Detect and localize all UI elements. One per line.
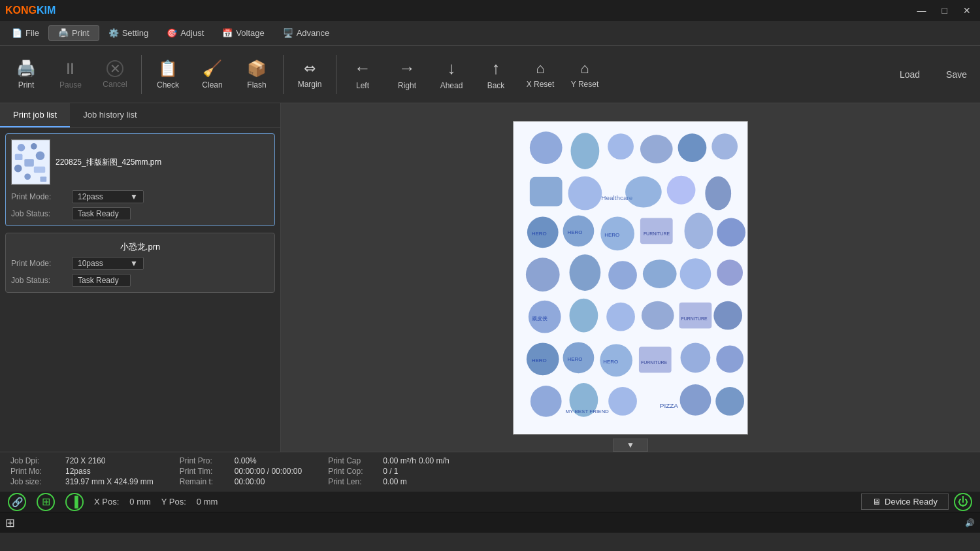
margin-button[interactable]: ⇔ Margin xyxy=(289,50,331,99)
svg-point-57 xyxy=(531,386,562,417)
flash-icon: 📦 xyxy=(247,59,267,78)
toolbar-divider-1 xyxy=(141,55,142,94)
svg-point-37 xyxy=(680,258,711,290)
x-pos-label: X Pos: xyxy=(94,497,119,507)
titlebar-right: — □ ✕ xyxy=(913,5,975,16)
tab-job-history-list[interactable]: Job history list xyxy=(70,103,150,127)
toolbar-divider-3 xyxy=(336,55,336,94)
taskbar-volume-icon[interactable]: 🔊 xyxy=(965,518,975,527)
left-button[interactable]: ← Left xyxy=(342,50,384,99)
menu-setting[interactable]: ⚙️ Setting xyxy=(99,25,157,41)
svg-text:FURNITURE: FURNITURE xyxy=(681,316,708,320)
yreset-button[interactable]: ⌂ Y Reset xyxy=(564,50,606,99)
svg-text:MY BEST FRIEND: MY BEST FRIEND xyxy=(566,408,610,414)
job1-title: 220825_排版新图_425mm.prn xyxy=(56,157,161,168)
load-button[interactable]: Load xyxy=(892,67,928,82)
close-button[interactable]: ✕ xyxy=(959,5,975,16)
margin-icon: ⇔ xyxy=(304,60,316,77)
ahead-icon: ↓ xyxy=(448,58,456,78)
right-button[interactable]: → Right xyxy=(386,50,428,99)
link-icon[interactable]: 🔗 xyxy=(8,493,26,511)
menu-file[interactable]: 📄 File xyxy=(3,25,48,41)
toolbar-right-actions: Load Save xyxy=(892,67,975,82)
job2-fields: Print Mode: 10pass ▼ Job Status: Task Re… xyxy=(11,257,269,287)
menu-print[interactable]: 🖨️ Print xyxy=(48,25,99,41)
job1-print-mode-field: Print Mode: 12pass ▼ xyxy=(11,190,269,203)
menu-advance[interactable]: 🖥️ Advance xyxy=(274,25,339,41)
svg-point-62 xyxy=(680,384,711,416)
flash-button[interactable]: 📦 Flash xyxy=(236,50,278,99)
setting-icon: ⚙️ xyxy=(108,28,119,38)
job1-print-mode-select[interactable]: 12pass ▼ xyxy=(72,190,144,203)
svg-text:FURNITURE: FURNITURE xyxy=(644,231,670,236)
print-button[interactable]: 🖨️ Print xyxy=(5,50,47,99)
print-time-row: Print Tim: 00:00:00 / 00:00:00 xyxy=(180,467,302,476)
job2-title: 小恐龙.prn xyxy=(11,239,269,257)
print-mode-row: Print Mo: 12pass xyxy=(10,467,154,476)
device-status: 🖥 Device Ready xyxy=(861,493,949,510)
back-button[interactable]: ↑ Back xyxy=(475,50,517,99)
windows-start-icon[interactable]: ⊞ xyxy=(5,516,15,530)
preview-area: Healthcare HERO HERO HERO FURNITURE xyxy=(281,103,980,452)
pause-button[interactable]: ⏸ Pause xyxy=(50,50,91,99)
print-progress-row: Print Pro: 0.00% xyxy=(180,456,302,465)
svg-text:FURNITURE: FURNITURE xyxy=(641,360,668,365)
status-col-2: Print Pro: 0.00% Print Tim: 00:00:00 / 0… xyxy=(180,456,302,486)
bar-icon[interactable]: ▐ xyxy=(65,493,84,511)
save-button[interactable]: Save xyxy=(938,67,975,82)
svg-point-22 xyxy=(705,176,731,210)
status-col-1: Job Dpi: 720 X 2160 Print Mo: 12pass Job… xyxy=(10,456,154,486)
content-area: Healthcare HERO HERO HERO FURNITURE xyxy=(281,103,980,452)
device-icon: 🖥 xyxy=(872,497,881,507)
main-area: Print job list Job history list xyxy=(0,103,980,452)
svg-point-42 xyxy=(606,302,635,331)
svg-point-16 xyxy=(711,133,738,159)
print-len-row: Print Len: 0.00 m xyxy=(328,477,449,486)
svg-point-33 xyxy=(526,258,560,292)
voltage-icon: 📅 xyxy=(222,28,233,38)
ahead-button[interactable]: ↓ Ahead xyxy=(431,50,472,99)
job-item-1[interactable]: 220825_排版新图_425mm.prn Print Mode: 12pass… xyxy=(5,133,275,226)
job1-status-value: Task Ready xyxy=(72,207,131,220)
sidebar-tabs: Print job list Job history list xyxy=(0,103,280,128)
cancel-icon: ✕ xyxy=(106,60,123,77)
y-pos-value: 0 mm xyxy=(197,497,218,507)
job2-print-mode-select[interactable]: 10pass ▼ xyxy=(72,257,144,270)
menu-adjust[interactable]: 🎯 Adjust xyxy=(157,25,213,41)
collapse-button[interactable]: ▼ xyxy=(613,439,648,452)
svg-point-35 xyxy=(608,261,637,290)
titlebar: KONGKIM — □ ✕ xyxy=(0,0,980,21)
minimize-button[interactable]: — xyxy=(913,5,930,16)
clean-button[interactable]: 🧹 Clean xyxy=(191,50,233,99)
windows-taskbar: ⊞ 🔊 xyxy=(0,512,980,533)
svg-point-15 xyxy=(678,133,707,162)
xreset-button[interactable]: ⌂ X Reset xyxy=(519,50,561,99)
job-list: 220825_排版新图_425mm.prn Print Mode: 12pass… xyxy=(0,128,280,452)
menu-voltage[interactable]: 📅 Voltage xyxy=(213,25,273,41)
job2-status-value: Task Ready xyxy=(72,274,131,287)
toolbar-divider-2 xyxy=(283,55,284,94)
maximize-button[interactable]: □ xyxy=(938,5,951,16)
job-item-2[interactable]: 小恐龙.prn Print Mode: 10pass ▼ Job Status:… xyxy=(5,233,275,293)
check-button[interactable]: 📋 Check xyxy=(147,50,189,99)
svg-point-31 xyxy=(685,212,713,249)
svg-point-32 xyxy=(717,218,745,246)
svg-text:HERO: HERO xyxy=(532,358,547,363)
tab-print-job-list[interactable]: Print job list xyxy=(0,103,70,127)
svg-point-43 xyxy=(642,301,674,329)
cancel-button[interactable]: ✕ Cancel xyxy=(94,50,136,99)
remain-time-row: Remain t: 00:00:00 xyxy=(180,477,302,486)
job2-print-mode-field: Print Mode: 10pass ▼ xyxy=(11,257,269,270)
check-icon: 📋 xyxy=(158,59,178,78)
left-arrow-icon: ← xyxy=(354,58,371,78)
power-button[interactable]: ⏻ xyxy=(954,493,972,511)
xreset-icon: ⌂ xyxy=(536,60,544,77)
svg-text:HERO: HERO xyxy=(568,356,583,362)
svg-point-1 xyxy=(18,144,25,152)
bottombar: 🔗 ⊞ ▐ X Pos: 0 mm Y Pos: 0 mm 🖥 Device R… xyxy=(0,491,980,512)
job-dpi-row: Job Dpi: 720 X 2160 xyxy=(10,456,154,465)
svg-point-41 xyxy=(570,298,598,332)
grid-icon[interactable]: ⊞ xyxy=(37,493,55,511)
job2-status-field: Job Status: Task Ready xyxy=(11,274,269,287)
svg-point-2 xyxy=(31,143,37,150)
